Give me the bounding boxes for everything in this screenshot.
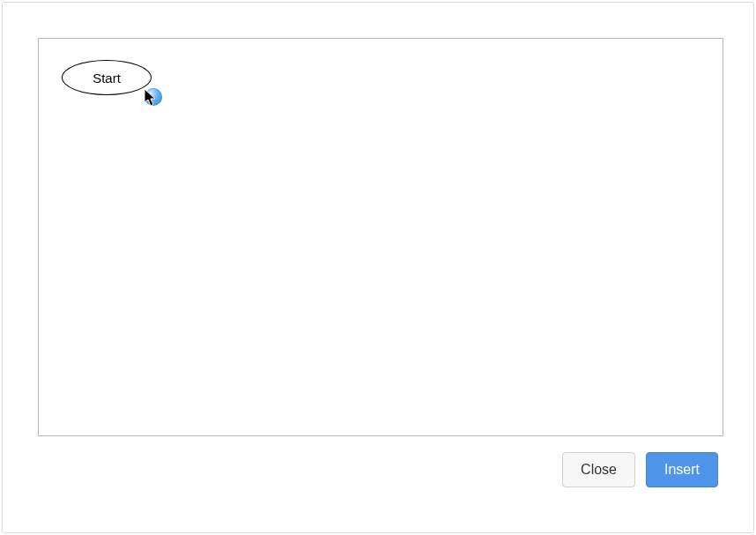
close-button[interactable]: Close <box>562 452 635 487</box>
dialog-button-row: Close Insert <box>38 452 718 489</box>
diagram-canvas[interactable]: Start <box>38 38 723 436</box>
start-node[interactable]: Start <box>62 60 152 95</box>
insert-button-label: Insert <box>664 462 700 478</box>
start-node-label: Start <box>93 71 121 85</box>
dialog-frame: Start Close Insert <box>2 2 754 533</box>
close-button-label: Close <box>581 462 617 478</box>
connection-handle[interactable] <box>145 88 162 106</box>
insert-button[interactable]: Insert <box>646 452 718 487</box>
